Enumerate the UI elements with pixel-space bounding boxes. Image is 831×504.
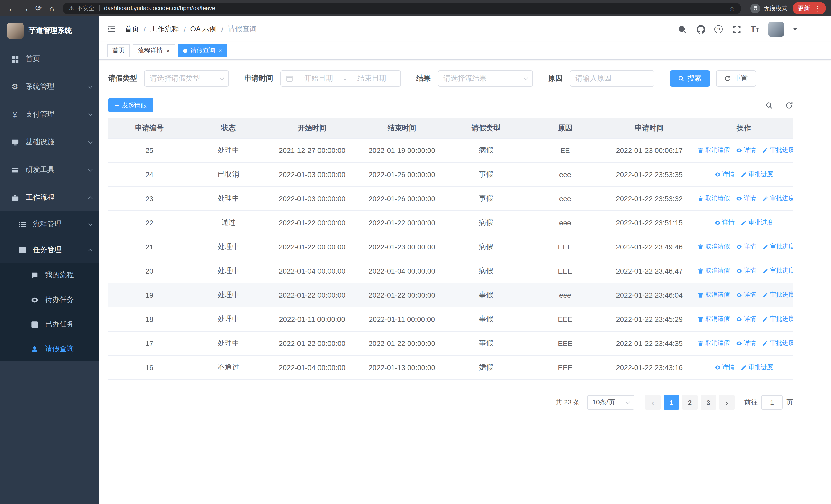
close-icon[interactable]: ×: [166, 48, 170, 54]
breadcrumb-home[interactable]: 首页: [125, 25, 139, 34]
sidebar-item-home[interactable]: 首页: [0, 45, 99, 73]
cancel-leave-link[interactable]: 取消请假: [697, 339, 730, 348]
progress-link[interactable]: 审批进度: [741, 218, 773, 227]
security-warning[interactable]: ⚠ 不安全: [69, 4, 94, 12]
toggle-search-icon[interactable]: [765, 101, 773, 109]
breadcrumb-workflow[interactable]: 工作流程: [150, 25, 179, 34]
security-label: 不安全: [77, 4, 94, 12]
cancel-leave-link[interactable]: 取消请假: [697, 242, 730, 251]
avatar-caret-icon[interactable]: [793, 28, 797, 32]
sidebar-item-done-tasks[interactable]: 已办任务: [0, 312, 99, 337]
next-page-button[interactable]: ›: [719, 395, 735, 410]
progress-link[interactable]: 审批进度: [741, 363, 773, 372]
reason-input[interactable]: 请输入原因: [570, 70, 654, 87]
close-icon[interactable]: ×: [219, 48, 222, 54]
goto-page-input[interactable]: [761, 395, 783, 410]
prev-page-button[interactable]: ‹: [645, 395, 661, 410]
sidebar-item-my-process[interactable]: 我的流程: [0, 263, 99, 288]
search-icon[interactable]: [678, 25, 687, 34]
page-size-select[interactable]: 10条/页: [587, 395, 634, 410]
cell-end-time: 2022-01-11 00:00:00: [358, 307, 446, 331]
url-text: dashboard.yudao.iocoder.cn/bpm/oa/leave: [104, 5, 729, 11]
cell-end-time: 2022-01-26 00:00:00: [358, 162, 446, 186]
eye-icon: [736, 196, 742, 202]
total-count: 共 23 条: [555, 398, 580, 407]
sidebar-item-infra[interactable]: 基础设施: [0, 128, 99, 156]
refresh-table-icon[interactable]: [785, 101, 793, 109]
cell-reason: eee: [526, 211, 604, 235]
cell-apply-time: 2022-01-22 23:49:46: [604, 235, 694, 259]
sidebar-item-todo-tasks[interactable]: 待办任务: [0, 288, 99, 312]
leave-type-select[interactable]: 请选择请假类型: [144, 70, 229, 87]
detail-link[interactable]: 详情: [736, 242, 756, 251]
page-button-3[interactable]: 3: [700, 395, 716, 410]
reset-button[interactable]: 重置: [716, 70, 756, 87]
user-avatar[interactable]: [768, 22, 784, 37]
detail-link[interactable]: 详情: [736, 339, 756, 348]
page-button-1[interactable]: 1: [664, 395, 679, 410]
font-size-icon[interactable]: TT: [751, 25, 759, 34]
breadcrumb-oa-example[interactable]: OA 示例: [191, 25, 217, 34]
col-start-time: 开始时间: [266, 118, 358, 138]
result-select[interactable]: 请选择流结果: [438, 70, 533, 87]
cancel-leave-link[interactable]: 取消请假: [697, 267, 730, 275]
browser-update-button[interactable]: 更新 ⋮: [793, 2, 826, 14]
browser-home-button[interactable]: ⌂: [45, 2, 58, 15]
create-leave-button[interactable]: + 发起请假: [108, 98, 153, 112]
cancel-leave-link[interactable]: 取消请假: [697, 146, 730, 155]
browser-menu-icon[interactable]: ⋮: [814, 4, 821, 12]
detail-link[interactable]: 详情: [736, 146, 756, 155]
cancel-leave-link[interactable]: 取消请假: [697, 315, 730, 324]
github-icon[interactable]: [696, 25, 706, 34]
tab-leave-query[interactable]: 请假查询 ×: [178, 44, 227, 57]
sidebar-item-payment[interactable]: ¥ 支付管理: [0, 100, 99, 128]
progress-link[interactable]: 审批进度: [762, 267, 793, 275]
detail-link[interactable]: 详情: [715, 218, 735, 227]
progress-link[interactable]: 审批进度: [762, 315, 793, 324]
help-icon[interactable]: ?: [715, 25, 723, 33]
start-date-input[interactable]: 开始日期: [295, 74, 342, 83]
sidebar-collapse-icon[interactable]: [106, 24, 118, 35]
page-button-2[interactable]: 2: [682, 395, 697, 410]
end-date-input[interactable]: 结束日期: [348, 74, 395, 83]
detail-link[interactable]: 详情: [715, 170, 735, 179]
edit-icon: [762, 244, 768, 250]
sidebar-item-task-mgmt[interactable]: 任务管理: [0, 237, 99, 263]
browser-forward-button[interactable]: →: [19, 2, 32, 15]
progress-link[interactable]: 审批进度: [762, 242, 793, 251]
detail-link[interactable]: 详情: [736, 194, 756, 203]
incognito-label: 无痕模式: [764, 4, 787, 12]
fullscreen-icon[interactable]: [732, 25, 741, 34]
progress-link[interactable]: 审批进度: [762, 146, 793, 155]
eye-icon: [736, 316, 742, 322]
detail-link[interactable]: 详情: [736, 291, 756, 299]
cancel-leave-link[interactable]: 取消请假: [697, 291, 730, 299]
apply-time-range-picker[interactable]: 开始日期 - 结束日期: [280, 70, 401, 87]
progress-link[interactable]: 审批进度: [762, 194, 793, 203]
cancel-leave-link[interactable]: 取消请假: [697, 194, 730, 203]
cell-end-time: 2022-01-22 00:00:00: [358, 211, 446, 235]
progress-link[interactable]: 审批进度: [762, 291, 793, 299]
tab-process-detail[interactable]: 流程详情 ×: [133, 44, 175, 57]
detail-link[interactable]: 详情: [715, 363, 735, 372]
progress-link[interactable]: 审批进度: [762, 339, 793, 348]
sidebar-item-leave-query[interactable]: 请假查询: [0, 337, 99, 361]
sidebar-item-workflow[interactable]: 工作流程: [0, 184, 99, 211]
detail-link[interactable]: 详情: [736, 267, 756, 275]
cell-reason: eee: [526, 283, 604, 307]
cell-apply-id: 16: [108, 355, 191, 380]
edit-icon: [741, 171, 747, 178]
sidebar-item-devtools[interactable]: 研发工具: [0, 156, 99, 184]
detail-link[interactable]: 详情: [736, 315, 756, 324]
search-button[interactable]: 搜索: [670, 70, 710, 87]
sidebar-item-system[interactable]: ⚙ 系统管理: [0, 73, 99, 100]
browser-reload-button[interactable]: ⟳: [32, 2, 45, 15]
progress-link[interactable]: 审批进度: [741, 170, 773, 179]
leave-type-label: 请假类型: [108, 74, 137, 83]
browser-back-button[interactable]: ←: [5, 2, 19, 15]
bookmark-star-icon[interactable]: ☆: [729, 4, 735, 12]
cell-status: 处理中: [191, 186, 266, 211]
tab-home[interactable]: 首页: [107, 44, 130, 57]
sidebar-item-process-mgmt[interactable]: 流程管理: [0, 211, 99, 237]
address-bar[interactable]: ⚠ 不安全 dashboard.yudao.iocoder.cn/bpm/oa/…: [63, 2, 741, 14]
